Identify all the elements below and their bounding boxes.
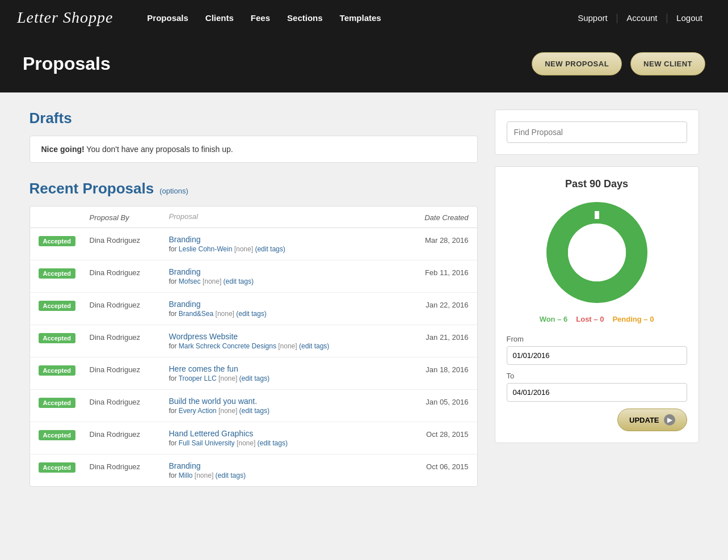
- search-box: [495, 110, 699, 155]
- row-proposal: Wordpress Website for Mark Schreck Concr…: [169, 332, 401, 350]
- sidebar: Past 90 Days Won – 6 Lost – 0 Pending – …: [495, 110, 699, 487]
- row-by: Dina Rodriguez: [90, 397, 169, 406]
- tag: [none]: [218, 407, 237, 415]
- drafts-message: Nice going! You don't have any proposals…: [41, 145, 466, 154]
- row-status: Accepted: [39, 397, 90, 407]
- from-date-input[interactable]: [507, 346, 687, 365]
- status-badge: Accepted: [39, 398, 76, 408]
- proposal-link[interactable]: Wordpress Website: [169, 332, 238, 341]
- row-status: Accepted: [39, 300, 90, 310]
- proposal-link[interactable]: Branding: [169, 461, 201, 470]
- options-link[interactable]: (options): [159, 187, 188, 195]
- recent-proposals-title: Recent Proposals: [30, 180, 154, 197]
- proposal-subline: for Every Action [none] (edit tags): [169, 407, 401, 415]
- edit-tags-link[interactable]: (edit tags): [239, 374, 270, 382]
- logo: Letter Shoppe: [17, 9, 113, 27]
- status-badge: Accepted: [39, 236, 76, 246]
- drafts-box: Nice going! You don't have any proposals…: [30, 136, 478, 163]
- new-proposal-button[interactable]: NEW PROPOSAL: [532, 52, 622, 75]
- proposal-subline: for Trooper LLC [none] (edit tags): [169, 374, 401, 382]
- table-row: Accepted Dina Rodriguez Here comes the f…: [30, 357, 477, 390]
- to-date-input[interactable]: [507, 383, 687, 402]
- tag: [none]: [195, 471, 213, 479]
- svg-point-1: [568, 224, 626, 281]
- stats-box: Past 90 Days Won – 6 Lost – 0 Pending – …: [495, 166, 699, 443]
- proposal-link[interactable]: Branding: [169, 300, 201, 309]
- proposal-subline: for Brand&Sea [none] (edit tags): [169, 310, 401, 318]
- table-header: Proposal By Proposal Date Created: [30, 207, 477, 228]
- header-buttons: NEW PROPOSAL NEW CLIENT: [532, 52, 705, 75]
- proposal-link[interactable]: Here comes the fun: [169, 364, 238, 373]
- row-proposal: Branding for Brand&Sea [none] (edit tags…: [169, 300, 401, 318]
- nav-sections[interactable]: Sections: [287, 13, 323, 23]
- tag: [none]: [218, 374, 237, 382]
- nav-right: Support | Account | Logout: [569, 12, 711, 24]
- row-by: Dina Rodriguez: [90, 332, 169, 342]
- nav-links: Proposals Clients Fees Sections Template…: [147, 13, 569, 23]
- nav-templates[interactable]: Templates: [340, 13, 381, 23]
- proposal-subline: for Leslie Cohn-Wein [none] (edit tags): [169, 245, 401, 253]
- proposal-link[interactable]: Hand Lettered Graphics: [169, 429, 254, 438]
- edit-tags-link[interactable]: (edit tags): [236, 310, 266, 318]
- row-date: Feb 11, 2016: [401, 267, 469, 277]
- table-row: Accepted Dina Rodriguez Wordpress Websit…: [30, 325, 477, 357]
- nav-fees[interactable]: Fees: [251, 13, 270, 23]
- table-row: Accepted Dina Rodriguez Build the world …: [30, 390, 477, 422]
- navbar: Letter Shoppe Proposals Clients Fees Sec…: [0, 0, 728, 35]
- proposal-subline: for Millo [none] (edit tags): [169, 471, 401, 479]
- page-title: Proposals: [23, 53, 111, 74]
- update-arrow-icon: ▶: [664, 414, 675, 426]
- client-link[interactable]: Mofsec: [179, 277, 201, 285]
- new-client-button[interactable]: NEW CLIENT: [630, 52, 705, 75]
- drafts-title: Drafts: [30, 110, 478, 127]
- proposal-link[interactable]: Branding: [169, 235, 201, 244]
- row-status: Accepted: [39, 267, 90, 277]
- status-badge: Accepted: [39, 430, 76, 440]
- content-wrapper: Drafts Nice going! You don't have any pr…: [12, 92, 716, 504]
- row-by: Dina Rodriguez: [90, 461, 169, 471]
- client-link[interactable]: Full Sail University: [179, 439, 235, 447]
- tag: [none]: [216, 310, 234, 318]
- row-by: Dina Rodriguez: [90, 364, 169, 374]
- edit-tags-link[interactable]: (edit tags): [299, 342, 329, 350]
- nav-logout[interactable]: Logout: [668, 13, 711, 23]
- nav-support[interactable]: Support: [569, 13, 616, 23]
- row-proposal: Here comes the fun for Trooper LLC [none…: [169, 364, 401, 382]
- proposal-link[interactable]: Branding: [169, 267, 201, 276]
- row-date: Oct 06, 2015: [401, 461, 469, 471]
- edit-tags-link[interactable]: (edit tags): [224, 277, 254, 285]
- row-date: Jan 22, 2016: [401, 300, 469, 309]
- nav-proposals[interactable]: Proposals: [147, 13, 188, 23]
- row-status: Accepted: [39, 332, 90, 342]
- proposal-link[interactable]: Build the world you want.: [169, 397, 258, 406]
- row-status: Accepted: [39, 235, 90, 245]
- edit-tags-link[interactable]: (edit tags): [239, 407, 270, 415]
- row-by: Dina Rodriguez: [90, 267, 169, 277]
- status-badge: Accepted: [39, 268, 76, 279]
- row-proposal: Branding for Mofsec [none] (edit tags): [169, 267, 401, 285]
- row-by: Dina Rodriguez: [90, 235, 169, 245]
- client-link[interactable]: Every Action: [179, 407, 217, 415]
- client-link[interactable]: Trooper LLC: [179, 374, 217, 382]
- svg-rect-2: [595, 211, 599, 219]
- edit-tags-link[interactable]: (edit tags): [258, 439, 288, 447]
- row-status: Accepted: [39, 461, 90, 471]
- client-link[interactable]: Brand&Sea: [179, 310, 213, 318]
- client-link[interactable]: Leslie Cohn-Wein: [179, 245, 233, 253]
- donut-chart: [507, 199, 687, 306]
- stats-title: Past 90 Days: [507, 178, 687, 190]
- to-label: To: [507, 372, 687, 380]
- row-date: Jan 05, 2016: [401, 397, 469, 406]
- client-link[interactable]: Mark Schreck Concrete Designs: [179, 342, 276, 350]
- nav-clients[interactable]: Clients: [205, 13, 234, 23]
- update-button[interactable]: UPDATE ▶: [617, 409, 687, 431]
- client-link[interactable]: Millo: [179, 471, 193, 479]
- row-date: Jan 21, 2016: [401, 332, 469, 342]
- tag: [none]: [278, 342, 297, 350]
- status-badge: Accepted: [39, 462, 76, 473]
- row-proposal: Branding for Millo [none] (edit tags): [169, 461, 401, 479]
- edit-tags-link[interactable]: (edit tags): [216, 471, 246, 479]
- edit-tags-link[interactable]: (edit tags): [255, 245, 285, 253]
- find-proposal-input[interactable]: [507, 121, 687, 143]
- nav-account[interactable]: Account: [618, 13, 666, 23]
